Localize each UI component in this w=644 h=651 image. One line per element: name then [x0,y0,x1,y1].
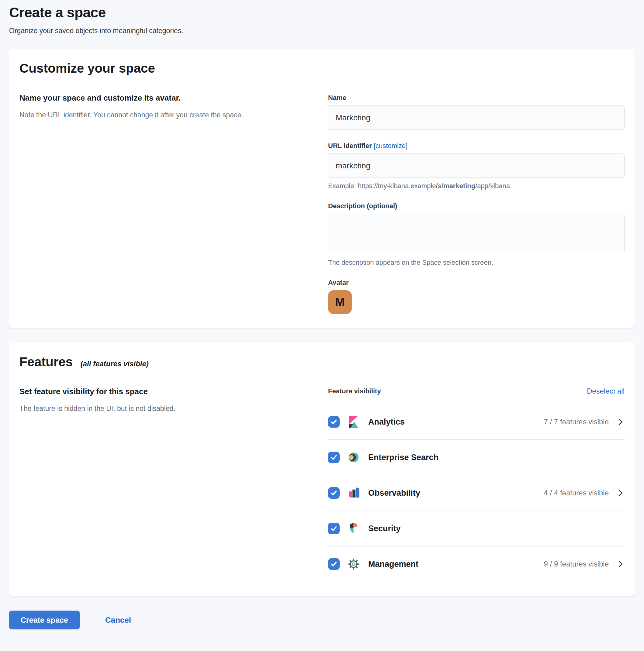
feature-checkbox-security[interactable] [328,523,340,534]
create-space-page: Create a space Organize your saved objec… [0,0,644,642]
feature-name: Security [368,524,401,533]
avatar-field-group: Avatar M [328,279,624,314]
customize-panel-body: Name your space and customize its avatar… [20,93,624,314]
name-field-group: Name [328,94,624,130]
url-example-prefix: Example: https://my-kibana.example [328,182,436,190]
enterprise-search-logo-icon [348,451,360,463]
feature-checkbox-observability[interactable] [328,487,340,499]
deselect-all-link[interactable]: Deselect all [587,387,624,395]
gear-icon [348,558,360,570]
features-title-note: (all features visible) [81,360,149,368]
features-panel-title: Features (all features visible) [20,355,624,369]
feature-checkbox-enterprise-search[interactable] [328,452,340,463]
page-title: Create a space [9,4,635,21]
feature-count: 9 / 9 features visible [544,560,609,568]
space-name-input[interactable] [328,105,624,130]
features-panel: Features (all features visible) Set feat… [9,343,635,596]
features-section-title: Set feature visibility for this space [20,387,316,396]
feature-list: Analytics 7 / 7 features visible [328,404,624,582]
feature-count: 7 / 7 features visible [544,417,609,426]
url-identifier-input[interactable] [328,153,624,178]
customize-section-description: Note the URL identifier. You cannot chan… [20,110,316,120]
features-description-column: Set feature visibility for this space Th… [20,387,316,582]
features-title-text: Features [20,355,73,369]
feature-name: Enterprise Search [368,453,438,462]
description-field-group: Description (optional) The description a… [328,202,624,267]
checkmark-icon [330,489,338,497]
feature-visibility-column: Feature visibility Deselect all [328,387,624,582]
name-field-label: Name [328,94,624,102]
customize-form-column: Name URL identifier [customize] Example:… [328,93,624,314]
feature-name: Management [368,560,418,569]
feature-visibility-label: Feature visibility [328,387,381,395]
feature-row-security: Security [328,511,624,547]
checkmark-icon [330,525,338,532]
url-field-group: URL identifier [customize] Example: http… [328,142,624,190]
feature-row-enterprise-search: Enterprise Search [328,440,624,475]
feature-meta: 7 / 7 features visible [544,417,624,426]
feature-row-management: Management 9 / 9 features visible [328,547,624,582]
feature-name: Observability [368,488,420,498]
description-field-label: Description (optional) [328,202,624,210]
customize-url-link[interactable]: [customize] [374,142,407,150]
feature-row-analytics: Analytics 7 / 7 features visible [328,404,624,440]
features-section-description: The feature is hidden in the UI, but is … [20,404,316,414]
features-panel-body: Set feature visibility for this space Th… [20,387,624,582]
feature-row-observability: Observability 4 / 4 features visible [328,475,624,511]
feature-checkbox-analytics[interactable] [328,416,340,428]
customize-section-title: Name your space and customize its avatar… [20,93,316,103]
description-help-text: The description appears on the Space sel… [328,259,624,267]
chevron-right-icon[interactable] [617,418,624,426]
feature-meta: 9 / 9 features visible [544,560,624,568]
form-footer: Create space Cancel [9,611,635,629]
chevron-right-icon[interactable] [617,560,624,568]
url-example-suffix: /app/kibana. [475,182,512,190]
feature-count: 4 / 4 features visible [544,489,609,497]
customize-space-panel: Customize your space Name your space and… [9,49,635,328]
feature-name: Analytics [368,417,405,427]
url-field-label: URL identifier [customize] [328,142,624,150]
customize-description-column: Name your space and customize its avatar… [20,93,316,314]
create-space-button[interactable]: Create space [9,611,80,629]
checkmark-icon [330,560,338,568]
analytics-logo-icon [348,416,360,428]
feature-checkbox-management[interactable] [328,558,340,570]
customize-panel-title: Customize your space [20,61,624,76]
feature-meta: 4 / 4 features visible [544,489,624,497]
checkmark-icon [330,418,338,426]
url-identifier-label: URL identifier [328,142,372,150]
checkmark-icon [330,454,338,461]
feature-list-header: Feature visibility Deselect all [328,387,624,395]
page-subtitle: Organize your saved objects into meaning… [9,27,635,35]
observability-logo-icon [348,487,360,499]
cancel-link[interactable]: Cancel [105,615,131,625]
chevron-right-icon[interactable] [617,489,624,497]
space-description-textarea[interactable] [328,214,624,253]
space-avatar[interactable]: M [328,290,352,314]
url-example-bold: /s/marketing [436,182,475,190]
avatar-field-label: Avatar [328,279,624,287]
security-logo-icon [348,522,360,535]
url-example-text: Example: https://my-kibana.example/s/mar… [328,182,624,190]
